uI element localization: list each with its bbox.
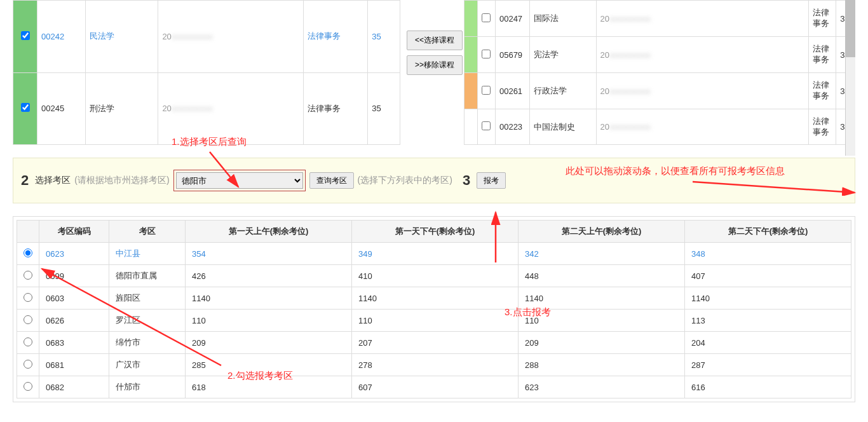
area-radio[interactable]	[24, 293, 32, 302]
area-header: 第二天上午(剩余考位)	[519, 221, 685, 243]
slots-d2pm: 287	[685, 354, 851, 376]
area-code: 0681	[39, 354, 109, 376]
area-header: 第二天下午(剩余考位)	[685, 221, 851, 243]
area-code: 0603	[39, 287, 109, 310]
slots-d2pm: 348	[685, 243, 851, 265]
avail-course-major: 法律事务	[809, 1, 836, 37]
slots-d1am: 618	[186, 376, 352, 398]
course-name: 刑法学	[86, 72, 158, 145]
avail-course-major: 法律事务	[809, 37, 836, 73]
avail-course-name: 宪法学	[529, 37, 596, 73]
area-name: 中江县	[109, 243, 186, 265]
course-code: 00245	[37, 72, 86, 145]
slots-d1am: 110	[186, 310, 352, 332]
avail-course-checkbox[interactable]	[482, 121, 491, 130]
area-code: 0623	[39, 243, 109, 265]
avail-course-major: 法律事务	[809, 73, 836, 109]
course-date: 20xxxxxxxxxx	[158, 1, 303, 73]
slots-d2pm: 204	[685, 332, 851, 354]
avail-course-checkbox[interactable]	[482, 13, 491, 22]
available-courses-table: 00247 国际法 20xxxxxxxxxx 法律事务 35 05679 宪法学…	[464, 0, 855, 145]
select-area-label: 选择考区	[35, 175, 71, 186]
course-fee: 35	[368, 1, 400, 73]
avail-course-date: 20xxxxxxxxxx	[596, 37, 809, 73]
select-area-section: 2 选择考区 (请根据地市州选择考区) 德阳市 查询考区 (选择下方列表中的考区…	[13, 158, 855, 203]
slots-d2pm: 616	[685, 376, 851, 398]
slots-d2am: 288	[519, 354, 685, 376]
remove-course-button[interactable]: >>移除课程	[407, 55, 463, 75]
avail-course-name: 行政法学	[529, 73, 596, 109]
course-code: 00242	[37, 1, 86, 73]
area-name: 绵竹市	[109, 332, 186, 354]
slots-d2pm: 1140	[685, 287, 851, 310]
area-name: 广汉市	[109, 354, 186, 376]
avail-course-code: 05679	[495, 37, 529, 73]
course-date: 20xxxxxxxxxx	[158, 72, 303, 145]
avail-course-code: 00247	[495, 1, 529, 37]
select-area-hint1: (请根据地市州选择考区)	[74, 175, 169, 186]
avail-course-code: 00223	[495, 109, 529, 145]
slots-d2am: 623	[519, 376, 685, 398]
avail-course-date: 20xxxxxxxxxx	[596, 109, 809, 145]
selected-courses-table: 00242 民法学 20xxxxxxxxxx 法律事务 35 00245 刑法学…	[13, 0, 400, 145]
area-radio[interactable]	[24, 271, 32, 280]
area-radio[interactable]	[24, 248, 32, 257]
slots-d2pm: 113	[685, 310, 851, 332]
course-name: 民法学	[86, 1, 158, 73]
slots-d2am: 342	[519, 243, 685, 265]
slots-d2am: 110	[519, 310, 685, 332]
slots-d1pm: 278	[352, 354, 519, 376]
slots-d1am: 1140	[186, 287, 352, 310]
apply-button[interactable]: 报考	[477, 172, 506, 189]
area-code: 0683	[39, 332, 109, 354]
slots-d1am: 426	[186, 265, 352, 287]
area-name: 罗江区	[109, 310, 186, 332]
course-major: 法律事务	[303, 1, 368, 73]
course-checkbox[interactable]	[21, 31, 30, 40]
area-radio[interactable]	[24, 360, 32, 369]
avail-course-date: 20xxxxxxxxxx	[596, 73, 809, 109]
slots-d1am: 285	[186, 354, 352, 376]
area-header: 第一天上午(剩余考位)	[186, 221, 352, 243]
slots-d1am: 354	[186, 243, 352, 265]
area-name: 德阳市直属	[109, 265, 186, 287]
select-area-hint2: (选择下方列表中的考区)	[358, 175, 452, 186]
area-name: 什邡市	[109, 376, 186, 398]
slots-d1pm: 607	[352, 376, 519, 398]
exam-area-table: 考区编码考区第一天上午(剩余考位)第一天下午(剩余考位)第二天上午(剩余考位)第…	[17, 220, 851, 398]
area-radio[interactable]	[24, 315, 32, 324]
area-name: 旌阳区	[109, 287, 186, 310]
query-area-button[interactable]: 查询考区	[309, 172, 354, 189]
course-fee: 35	[368, 72, 400, 145]
area-code: 0626	[39, 310, 109, 332]
avail-course-major: 法律事务	[809, 109, 836, 145]
area-header: 考区编码	[39, 221, 109, 243]
area-radio[interactable]	[24, 337, 32, 346]
avail-course-date: 20xxxxxxxxxx	[596, 1, 809, 37]
area-header: 考区	[109, 221, 186, 243]
scrollbar-track[interactable]	[845, 0, 855, 156]
area-header: 第一天下午(剩余考位)	[352, 221, 519, 243]
course-checkbox[interactable]	[21, 103, 30, 112]
slots-d2am: 209	[519, 332, 685, 354]
city-select[interactable]: 德阳市	[176, 172, 303, 189]
step-number-3: 3	[463, 172, 470, 189]
slots-d1pm: 410	[352, 265, 519, 287]
slots-d2am: 448	[519, 265, 685, 287]
slots-d2pm: 407	[685, 265, 851, 287]
avail-course-checkbox[interactable]	[482, 50, 491, 58]
avail-course-code: 00261	[495, 73, 529, 109]
slots-d2am: 1140	[519, 287, 685, 310]
slots-d1pm: 349	[352, 243, 519, 265]
avail-course-name: 中国法制史	[529, 109, 596, 145]
slots-d1pm: 1140	[352, 287, 519, 310]
avail-course-name: 国际法	[529, 1, 596, 37]
step-number-2: 2	[21, 172, 29, 189]
slots-d1pm: 207	[352, 332, 519, 354]
avail-course-checkbox[interactable]	[482, 86, 491, 95]
area-radio[interactable]	[24, 382, 32, 391]
course-major: 法律事务	[303, 72, 368, 145]
select-course-button[interactable]: <<选择课程	[407, 31, 463, 50]
scrollbar-thumb[interactable]	[845, 0, 855, 57]
area-code: 0682	[39, 376, 109, 398]
